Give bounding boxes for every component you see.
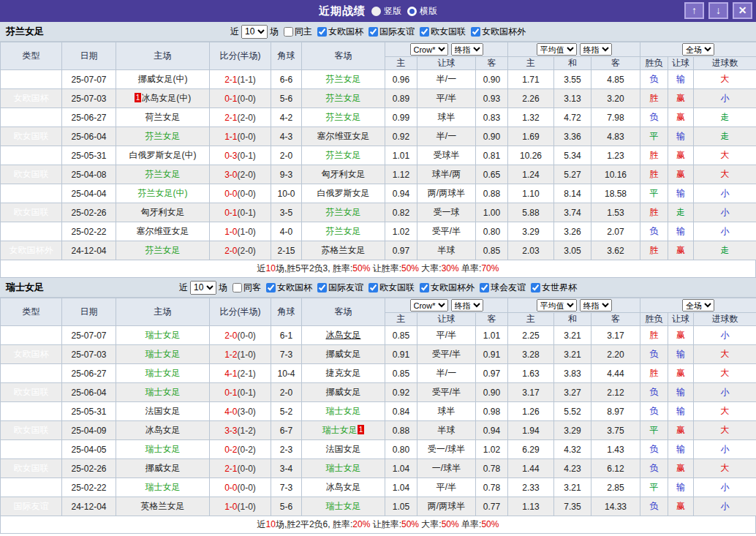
away-team-cell: 芬兰女足 (302, 89, 385, 108)
handicap-line: 受平/半 (417, 222, 476, 241)
scope-select[interactable]: 全场 (682, 43, 714, 56)
competition-checkbox[interactable] (420, 283, 429, 292)
away-team: 瑞士女足 (326, 501, 361, 511)
scroll-up-button[interactable]: ↑ (684, 2, 704, 19)
handicap-line: 一/球半 (417, 459, 476, 478)
halftime-score: (0-1) (238, 151, 256, 161)
result-outcome: 负 (640, 222, 668, 241)
home-team-name: 瑞士女足 (145, 387, 181, 397)
avg-final-select[interactable]: 终指 (580, 299, 612, 312)
home-team-cell: 荷兰女足 (116, 108, 210, 127)
result-handicap: 输 (668, 440, 694, 459)
score-cell: 0-3(0-1) (210, 146, 271, 165)
away-team[interactable]: 冰岛女足 (326, 330, 361, 340)
results-table: 类型日期主场比分(半场)角球客场Crow*终指平均值终指全场主让球客主和客胜负让… (0, 298, 756, 516)
avg-draw-odds: 3.83 (554, 364, 591, 383)
avg-home-odds: 1.94 (508, 421, 554, 440)
score-cell: 1-0(1-0) (210, 497, 271, 516)
match-type-badge: 女欧国杯 (1, 326, 62, 345)
competition-checkbox[interactable] (471, 27, 480, 37)
radio-horizontal-layout[interactable]: 横版 (407, 5, 437, 18)
handicap-home-odds: 0.99 (385, 108, 417, 127)
halftime-score: (0-0) (238, 464, 256, 474)
recent-prefix-label: 近 (230, 26, 239, 38)
odds-final-select[interactable]: 终指 (451, 43, 483, 56)
competition-checkbox[interactable] (317, 283, 327, 292)
match-date: 25-06-04 (62, 383, 116, 402)
same-away-checkbox[interactable] (233, 283, 242, 292)
summary-segment: 近 (257, 263, 266, 273)
avg-away-odds: 4.83 (591, 127, 640, 146)
recent-count-select[interactable]: 10 (190, 281, 216, 295)
halftime-score: (0-1) (238, 388, 256, 398)
away-team-cell: 捷克女足 (302, 364, 385, 383)
table-row: 欧女国联25-05-31法国女足4-0(3-0)5-2瑞士女足0.84球半0.9… (1, 402, 756, 421)
match-type-badge: 女欧国杯外 (1, 241, 62, 260)
home-team-name: 芬兰女足 (145, 169, 181, 179)
competition-checkbox[interactable] (420, 27, 429, 37)
avg-away-odds: 8.97 (591, 402, 640, 421)
odds-final-select[interactable]: 终指 (451, 299, 483, 312)
same-home-checkbox[interactable] (284, 27, 293, 37)
competition-checkbox[interactable] (480, 283, 489, 292)
result-outcome: 负 (640, 440, 668, 459)
avg-away-odds: 3.75 (591, 421, 640, 440)
team-name: 芬兰女足 (6, 25, 44, 38)
competition-checkbox[interactable] (266, 283, 276, 292)
result-handicap: 输 (668, 70, 694, 89)
score-cell: 0-0(0-0) (210, 478, 271, 497)
fulltime-score: 1-1 (224, 132, 237, 142)
avg-home-odds: 6.29 (508, 440, 554, 459)
corner-score: 10-4 (271, 364, 302, 383)
scope-select[interactable]: 全场 (682, 299, 714, 312)
score-cell: 2-1(1-1) (210, 70, 271, 89)
sections-container: 芬兰女足近10场同主女欧国杯国际友谊欧女国联女欧国杯外类型日期主场比分(半场)角… (0, 22, 756, 534)
match-type-badge: 欧女国联 (1, 421, 62, 440)
home-team: 芬兰女足 (145, 131, 181, 141)
table-row: 欧女国联25-06-04芬兰女足1-1(0-0)4-3塞尔维亚女足0.92半/一… (1, 127, 756, 146)
handicap-line: 平/半 (417, 89, 476, 108)
corner-score: 2-0 (271, 146, 302, 165)
close-button[interactable]: ✕ (733, 2, 752, 19)
odds-source-select[interactable]: Crow* (410, 299, 448, 312)
column-header-3: 比分(半场) (210, 42, 271, 70)
avg-away-odds: 6.12 (591, 459, 640, 478)
result-handicap: 赢 (668, 165, 694, 184)
avg-away-odds: 10.16 (591, 165, 640, 184)
header-select-group: Crow*终指 (385, 42, 508, 57)
away-team-name[interactable]: 冰岛女足 (326, 330, 361, 340)
corner-score: 6-7 (271, 421, 302, 440)
avg-final-select[interactable]: 终指 (580, 43, 612, 56)
away-team-cell: 挪威女足 (302, 383, 385, 402)
radio-vertical-layout[interactable]: 竖版 (371, 5, 401, 18)
match-type-badge: 女欧国杯 (1, 345, 62, 364)
away-team: 挪威女足 (326, 349, 361, 359)
avg-source-select[interactable]: 平均值 (537, 299, 577, 312)
away-team-cell: 白俄罗斯女足 (302, 184, 385, 203)
summary-segment: 单率: (459, 263, 482, 273)
column-header-5: 客场 (302, 42, 385, 70)
away-team-name: 芬兰女足 (326, 207, 361, 217)
home-team: 塞尔维亚女足 (137, 226, 189, 236)
away-team: 捷克女足 (326, 368, 361, 378)
competition-checkbox[interactable] (317, 27, 327, 37)
odds-source-select[interactable]: Crow* (410, 43, 448, 56)
fulltime-score: 1-0 (224, 227, 237, 237)
avg-source-select[interactable]: 平均值 (537, 43, 577, 56)
results-table: 类型日期主场比分(半场)角球客场Crow*终指平均值终指全场主让球客主和客胜负让… (0, 42, 756, 260)
halftime-score: (3-0) (238, 407, 256, 417)
competition-checkbox[interactable] (368, 283, 378, 292)
recent-count-select[interactable]: 10 (241, 25, 268, 39)
sub-header-5: 客 (591, 313, 640, 326)
summary-segment: 大率: (419, 519, 442, 529)
competition-checkbox[interactable] (531, 283, 540, 292)
home-team-name: 法国女足 (145, 406, 181, 416)
result-goals: 大 (694, 345, 756, 364)
competition-checkbox[interactable] (368, 27, 378, 37)
scroll-down-button[interactable]: ↓ (708, 2, 728, 19)
away-team-cell: 芬兰女足 (302, 108, 385, 127)
result-outcome: 负 (640, 497, 668, 516)
recent-results-window: 近期战绩 竖版 横版 ↑ ↓ ✕ 芬兰女足近10场同主女欧国杯国际友谊欧女国联女… (0, 0, 756, 536)
avg-away-odds: 3.17 (591, 326, 640, 345)
score-cell: 0-2(0-2) (210, 440, 271, 459)
